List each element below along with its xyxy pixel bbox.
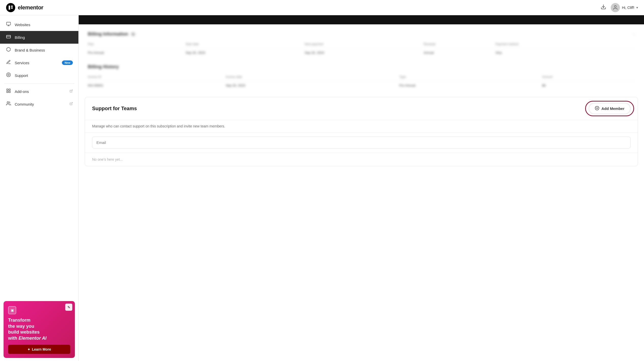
billing-label: Billing: [15, 35, 73, 40]
sidebar-item-community[interactable]: Community: [0, 98, 78, 110]
svg-rect-2: [11, 7, 13, 9]
cell-amount: $0: [542, 81, 635, 90]
user-area[interactable]: Hi, Cliff! ▾: [611, 3, 638, 12]
col-payment-method: Payment method: [495, 41, 635, 48]
cell-renewal: Annual: [423, 48, 495, 57]
svg-point-11: [8, 74, 9, 75]
svg-rect-8: [6, 35, 10, 38]
avatar: [611, 3, 620, 12]
support-label: Support: [15, 73, 73, 78]
star-icon: ✦: [27, 348, 30, 351]
col-start-date: Start date: [186, 41, 305, 48]
services-new-badge: New: [62, 60, 73, 65]
svg-line-18: [71, 103, 72, 104]
learn-more-label: Learn More: [32, 347, 51, 351]
websites-label: Websites: [15, 23, 73, 27]
black-banner: [79, 15, 644, 24]
add-member-button[interactable]: Add Member: [589, 103, 631, 114]
sidebar-divider: [4, 83, 74, 84]
sidebar-item-support[interactable]: Support: [0, 69, 78, 82]
community-ext-icon: [70, 102, 73, 106]
sidebar-item-addons[interactable]: Add-ons: [0, 85, 78, 98]
promo-edit-button[interactable]: ✎: [65, 304, 72, 311]
logo-area: elementor: [6, 3, 43, 12]
addons-ext-icon: [70, 89, 73, 93]
table-row: Pro Annual Sep 20, 2023 Sep 20, 2024 Ann…: [88, 48, 635, 57]
sidebar-item-brand[interactable]: Brand & Business: [0, 44, 78, 56]
logo-text: elementor: [18, 4, 43, 11]
billing-info-section: Billing Information 1 ↕ Plan Start date …: [79, 24, 644, 64]
svg-rect-15: [9, 91, 10, 93]
header-right: Hi, Cliff! ▾: [601, 3, 638, 12]
svg-point-17: [7, 102, 8, 103]
sidebar-item-billing[interactable]: Billing: [0, 31, 78, 44]
svg-rect-14: [7, 91, 8, 93]
col-type: Type: [399, 74, 542, 81]
main-layout: Websites Billing Brand & Business: [0, 15, 644, 361]
svg-rect-1: [11, 6, 13, 7]
promo-title: Transform the way you build websites wit…: [8, 317, 70, 341]
col-plan: Plan: [88, 41, 186, 48]
email-input[interactable]: [92, 137, 631, 149]
services-label: Services: [15, 61, 58, 65]
plus-circle-icon: [595, 106, 599, 111]
promo-card: ✎ ▣ Transform the way you build websites…: [4, 301, 75, 358]
svg-point-10: [6, 73, 10, 77]
support-teams-description: Manage who can contact support on this s…: [85, 120, 638, 133]
col-next-payment: Next payment: [304, 41, 423, 48]
promo-square-icon: ▣: [8, 306, 16, 314]
top-header: elementor Hi, Cliff! ▾: [0, 0, 644, 15]
elementor-logo-icon: [6, 3, 15, 12]
svg-rect-13: [9, 89, 10, 90]
brand-label: Brand & Business: [15, 48, 73, 52]
billing-history-title: Billing History: [88, 64, 635, 70]
cell-type: Pro Annual: [399, 81, 542, 90]
community-icon: [6, 101, 11, 107]
billing-info-table: Plan Start date Next payment Renewal Pay…: [88, 41, 635, 57]
col-invoice-date: Invoice date: [226, 74, 399, 81]
download-icon[interactable]: [601, 4, 606, 11]
svg-rect-0: [9, 6, 10, 10]
no-members-message: No one's here yet...: [85, 153, 638, 166]
addons-icon: [6, 88, 11, 94]
cell-start-date: Sep 20, 2023: [186, 48, 305, 57]
support-teams-title: Support for Teams: [92, 106, 137, 111]
sidebar-item-services[interactable]: Services New: [0, 56, 78, 69]
add-member-label: Add Member: [601, 106, 624, 111]
websites-icon: [6, 22, 11, 28]
chevron-down-icon: ▾: [636, 6, 638, 9]
billing-icon: [6, 34, 11, 40]
sidebar: Websites Billing Brand & Business: [0, 15, 79, 361]
billing-info-title: Billing Information 1 ↕: [88, 31, 635, 37]
cell-plan: Pro Annual: [88, 48, 186, 57]
col-renewal: Renewal: [423, 41, 495, 48]
col-invoice-id: Invoice ID: [88, 74, 226, 81]
community-label: Community: [15, 102, 66, 106]
cell-payment-method: Visa: [495, 48, 635, 57]
svg-line-16: [71, 90, 72, 91]
email-field-row: [85, 133, 638, 153]
content-area: Billing Information 1 ↕ Plan Start date …: [79, 15, 644, 361]
table-row: INV-00001 Sep 20, 2023 Pro Annual $0: [88, 81, 635, 90]
sidebar-nav: Websites Billing Brand & Business: [0, 15, 78, 298]
cell-next-payment: Sep 20, 2024: [304, 48, 423, 57]
user-greeting: Hi, Cliff!: [622, 6, 634, 10]
col-amount: Amount: [542, 74, 635, 81]
addons-label: Add-ons: [15, 89, 66, 94]
cell-invoice-date: Sep 20, 2023: [226, 81, 399, 90]
add-member-btn-wrapper: Add Member: [589, 103, 631, 114]
support-icon: [6, 72, 11, 78]
svg-rect-5: [6, 22, 10, 25]
svg-point-4: [615, 5, 616, 7]
billing-history-section: Billing History Invoice ID Invoice date …: [79, 64, 644, 97]
sidebar-item-websites[interactable]: Websites: [0, 18, 78, 31]
support-teams-section: Support for Teams Add Member: [85, 97, 638, 166]
support-teams-header: Support for Teams Add Member: [85, 97, 638, 120]
billing-history-table: Invoice ID Invoice date Type Amount INV-…: [88, 74, 635, 90]
learn-more-button[interactable]: ✦ Learn More: [8, 345, 70, 354]
brand-icon: [6, 47, 11, 53]
cell-invoice-id: INV-00001: [88, 81, 226, 90]
services-icon: [6, 60, 11, 66]
svg-rect-12: [7, 89, 8, 90]
